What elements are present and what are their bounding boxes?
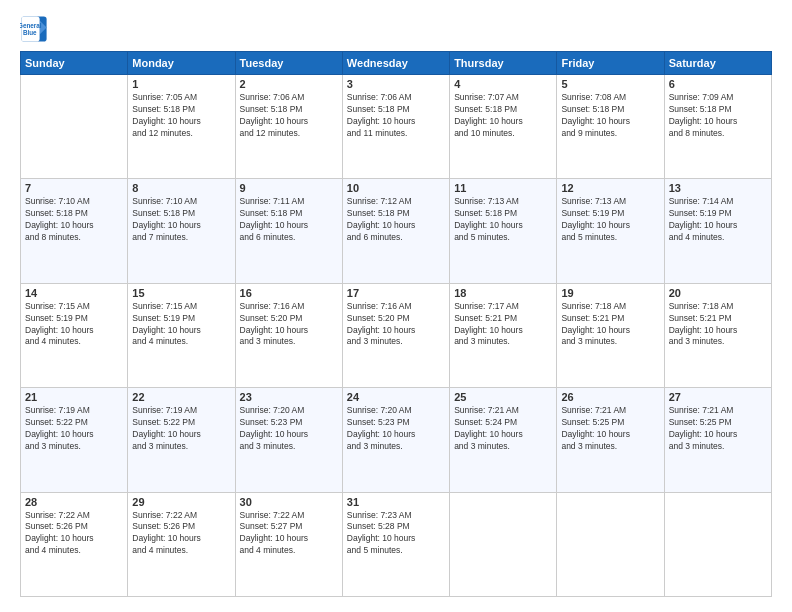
day-number: 1	[132, 78, 230, 90]
calendar-cell: 26Sunrise: 7:21 AMSunset: 5:25 PMDayligh…	[557, 388, 664, 492]
logo: General Blue	[20, 15, 52, 43]
day-info: Sunrise: 7:07 AMSunset: 5:18 PMDaylight:…	[454, 92, 552, 140]
svg-text:Blue: Blue	[23, 29, 37, 36]
day-info: Sunrise: 7:20 AMSunset: 5:23 PMDaylight:…	[240, 405, 338, 453]
day-number: 31	[347, 496, 445, 508]
day-number: 2	[240, 78, 338, 90]
day-number: 29	[132, 496, 230, 508]
day-info: Sunrise: 7:06 AMSunset: 5:18 PMDaylight:…	[240, 92, 338, 140]
day-number: 11	[454, 182, 552, 194]
day-info: Sunrise: 7:22 AMSunset: 5:26 PMDaylight:…	[25, 510, 123, 558]
calendar-cell: 13Sunrise: 7:14 AMSunset: 5:19 PMDayligh…	[664, 179, 771, 283]
day-number: 28	[25, 496, 123, 508]
calendar-cell: 29Sunrise: 7:22 AMSunset: 5:26 PMDayligh…	[128, 492, 235, 596]
day-number: 4	[454, 78, 552, 90]
calendar-cell: 31Sunrise: 7:23 AMSunset: 5:28 PMDayligh…	[342, 492, 449, 596]
day-info: Sunrise: 7:22 AMSunset: 5:27 PMDaylight:…	[240, 510, 338, 558]
weekday-header-monday: Monday	[128, 52, 235, 75]
day-number: 21	[25, 391, 123, 403]
calendar-cell: 23Sunrise: 7:20 AMSunset: 5:23 PMDayligh…	[235, 388, 342, 492]
day-info: Sunrise: 7:06 AMSunset: 5:18 PMDaylight:…	[347, 92, 445, 140]
calendar-cell	[664, 492, 771, 596]
calendar-cell: 14Sunrise: 7:15 AMSunset: 5:19 PMDayligh…	[21, 283, 128, 387]
day-number: 20	[669, 287, 767, 299]
calendar-cell: 2Sunrise: 7:06 AMSunset: 5:18 PMDaylight…	[235, 75, 342, 179]
calendar-cell: 8Sunrise: 7:10 AMSunset: 5:18 PMDaylight…	[128, 179, 235, 283]
weekday-header-sunday: Sunday	[21, 52, 128, 75]
day-info: Sunrise: 7:15 AMSunset: 5:19 PMDaylight:…	[132, 301, 230, 349]
calendar-cell: 12Sunrise: 7:13 AMSunset: 5:19 PMDayligh…	[557, 179, 664, 283]
day-number: 18	[454, 287, 552, 299]
calendar-cell: 15Sunrise: 7:15 AMSunset: 5:19 PMDayligh…	[128, 283, 235, 387]
day-info: Sunrise: 7:08 AMSunset: 5:18 PMDaylight:…	[561, 92, 659, 140]
day-number: 3	[347, 78, 445, 90]
header: General Blue	[20, 15, 772, 43]
weekday-header-thursday: Thursday	[450, 52, 557, 75]
calendar-cell: 21Sunrise: 7:19 AMSunset: 5:22 PMDayligh…	[21, 388, 128, 492]
calendar-cell: 24Sunrise: 7:20 AMSunset: 5:23 PMDayligh…	[342, 388, 449, 492]
day-number: 16	[240, 287, 338, 299]
day-number: 24	[347, 391, 445, 403]
day-info: Sunrise: 7:10 AMSunset: 5:18 PMDaylight:…	[132, 196, 230, 244]
day-info: Sunrise: 7:19 AMSunset: 5:22 PMDaylight:…	[132, 405, 230, 453]
calendar-cell: 1Sunrise: 7:05 AMSunset: 5:18 PMDaylight…	[128, 75, 235, 179]
calendar-header-row: SundayMondayTuesdayWednesdayThursdayFrid…	[21, 52, 772, 75]
calendar-cell: 6Sunrise: 7:09 AMSunset: 5:18 PMDaylight…	[664, 75, 771, 179]
day-info: Sunrise: 7:13 AMSunset: 5:18 PMDaylight:…	[454, 196, 552, 244]
weekday-header-saturday: Saturday	[664, 52, 771, 75]
calendar-cell: 9Sunrise: 7:11 AMSunset: 5:18 PMDaylight…	[235, 179, 342, 283]
day-number: 10	[347, 182, 445, 194]
calendar-cell: 22Sunrise: 7:19 AMSunset: 5:22 PMDayligh…	[128, 388, 235, 492]
day-info: Sunrise: 7:22 AMSunset: 5:26 PMDaylight:…	[132, 510, 230, 558]
day-info: Sunrise: 7:09 AMSunset: 5:18 PMDaylight:…	[669, 92, 767, 140]
day-number: 5	[561, 78, 659, 90]
day-number: 19	[561, 287, 659, 299]
day-info: Sunrise: 7:15 AMSunset: 5:19 PMDaylight:…	[25, 301, 123, 349]
day-number: 12	[561, 182, 659, 194]
calendar-week-1: 1Sunrise: 7:05 AMSunset: 5:18 PMDaylight…	[21, 75, 772, 179]
calendar-week-5: 28Sunrise: 7:22 AMSunset: 5:26 PMDayligh…	[21, 492, 772, 596]
day-info: Sunrise: 7:21 AMSunset: 5:25 PMDaylight:…	[669, 405, 767, 453]
svg-text:General: General	[20, 22, 42, 29]
day-number: 22	[132, 391, 230, 403]
day-info: Sunrise: 7:21 AMSunset: 5:25 PMDaylight:…	[561, 405, 659, 453]
day-info: Sunrise: 7:20 AMSunset: 5:23 PMDaylight:…	[347, 405, 445, 453]
calendar-week-4: 21Sunrise: 7:19 AMSunset: 5:22 PMDayligh…	[21, 388, 772, 492]
day-number: 9	[240, 182, 338, 194]
day-info: Sunrise: 7:10 AMSunset: 5:18 PMDaylight:…	[25, 196, 123, 244]
day-number: 25	[454, 391, 552, 403]
day-info: Sunrise: 7:05 AMSunset: 5:18 PMDaylight:…	[132, 92, 230, 140]
calendar-cell	[21, 75, 128, 179]
calendar-cell: 3Sunrise: 7:06 AMSunset: 5:18 PMDaylight…	[342, 75, 449, 179]
calendar-cell	[557, 492, 664, 596]
day-number: 14	[25, 287, 123, 299]
calendar-cell: 16Sunrise: 7:16 AMSunset: 5:20 PMDayligh…	[235, 283, 342, 387]
day-info: Sunrise: 7:18 AMSunset: 5:21 PMDaylight:…	[561, 301, 659, 349]
day-number: 8	[132, 182, 230, 194]
day-number: 13	[669, 182, 767, 194]
calendar-cell: 17Sunrise: 7:16 AMSunset: 5:20 PMDayligh…	[342, 283, 449, 387]
day-number: 6	[669, 78, 767, 90]
day-number: 26	[561, 391, 659, 403]
day-info: Sunrise: 7:16 AMSunset: 5:20 PMDaylight:…	[240, 301, 338, 349]
day-info: Sunrise: 7:23 AMSunset: 5:28 PMDaylight:…	[347, 510, 445, 558]
weekday-header-friday: Friday	[557, 52, 664, 75]
page: General Blue SundayMondayTuesdayWednesda…	[0, 0, 792, 612]
day-number: 7	[25, 182, 123, 194]
day-info: Sunrise: 7:21 AMSunset: 5:24 PMDaylight:…	[454, 405, 552, 453]
calendar-cell: 11Sunrise: 7:13 AMSunset: 5:18 PMDayligh…	[450, 179, 557, 283]
calendar-cell: 20Sunrise: 7:18 AMSunset: 5:21 PMDayligh…	[664, 283, 771, 387]
calendar-cell: 18Sunrise: 7:17 AMSunset: 5:21 PMDayligh…	[450, 283, 557, 387]
day-number: 17	[347, 287, 445, 299]
logo-icon: General Blue	[20, 15, 48, 43]
day-number: 15	[132, 287, 230, 299]
day-info: Sunrise: 7:14 AMSunset: 5:19 PMDaylight:…	[669, 196, 767, 244]
calendar-cell: 7Sunrise: 7:10 AMSunset: 5:18 PMDaylight…	[21, 179, 128, 283]
calendar-cell: 25Sunrise: 7:21 AMSunset: 5:24 PMDayligh…	[450, 388, 557, 492]
calendar-cell: 19Sunrise: 7:18 AMSunset: 5:21 PMDayligh…	[557, 283, 664, 387]
calendar-week-3: 14Sunrise: 7:15 AMSunset: 5:19 PMDayligh…	[21, 283, 772, 387]
weekday-header-tuesday: Tuesday	[235, 52, 342, 75]
calendar-cell: 28Sunrise: 7:22 AMSunset: 5:26 PMDayligh…	[21, 492, 128, 596]
calendar-week-2: 7Sunrise: 7:10 AMSunset: 5:18 PMDaylight…	[21, 179, 772, 283]
day-number: 30	[240, 496, 338, 508]
